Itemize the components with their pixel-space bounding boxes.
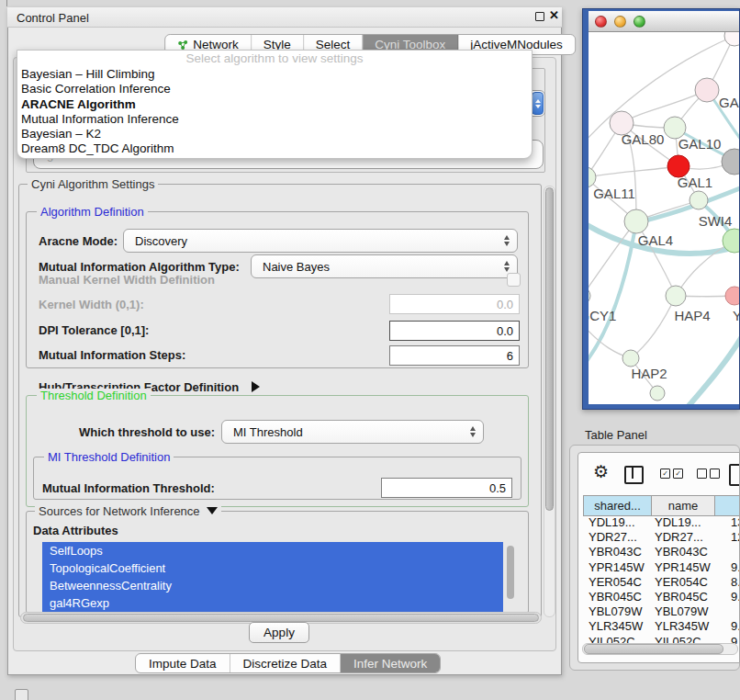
mi-algorithm-type-select[interactable]: Naive Bayes — [251, 254, 518, 278]
table-header-row: shared...name — [583, 495, 740, 516]
algorithm-option-mutual-information-inference[interactable]: Mutual Information Inference — [17, 112, 532, 127]
node-top-right[interactable] — [724, 32, 740, 46]
table-cell: YBL079W — [583, 604, 653, 619]
node-gray[interactable] — [722, 149, 740, 175]
table-row[interactable]: YBR043CYBR043C — [583, 545, 740, 559]
table-row[interactable]: YLR345WYLR345W9. — [583, 619, 740, 634]
attributes-list-scrollbar[interactable] — [507, 546, 514, 599]
mi-steps-field[interactable] — [389, 345, 520, 366]
combo-stepper-icon[interactable] — [532, 92, 544, 115]
algorithm-definition-title: Algorithm Definition — [37, 205, 148, 219]
network-view-window[interactable]: GALGAL80GAL10GAL1GAL11SWI4GAL4GCY1HAP4YH… — [582, 8, 740, 410]
node-bottom[interactable] — [650, 386, 665, 401]
minimized-panel-icon[interactable] — [15, 689, 28, 700]
column-header-col-2[interactable] — [715, 496, 740, 515]
close-window-icon[interactable] — [595, 16, 607, 28]
aracne-mode-select[interactable]: Discovery — [123, 229, 518, 253]
network-canvas[interactable]: GALGAL80GAL10GAL1GAL11SWI4GAL4GCY1HAP4YH… — [589, 32, 740, 404]
dpi-tolerance-field[interactable] — [389, 321, 520, 341]
table-panel: ⚙ ✓ ✓ shared...name YDL19...YDL19...13YD… — [577, 452, 740, 663]
apply-button[interactable]: Apply — [249, 622, 309, 643]
node-label-swi4: SWI4 — [699, 213, 733, 229]
mi-threshold-group-title: MI Threshold Definition — [44, 450, 174, 464]
mi-steps-label: Mutual Information Steps: — [39, 348, 185, 362]
algorithm-dropdown-popup: Select algorithm to view settings Bayesi… — [17, 50, 533, 159]
column-header-name[interactable]: name — [652, 496, 715, 515]
which-threshold-label: Which threshold to use: — [79, 425, 215, 439]
manual-kernel-label: Manual Kernel Width Definition — [39, 273, 215, 287]
minimize-window-icon[interactable] — [614, 16, 626, 28]
node-gal1[interactable] — [690, 191, 708, 209]
gear-icon[interactable]: ⚙ — [593, 463, 609, 480]
tab-impute-data[interactable]: Impute Data — [136, 654, 230, 672]
network-graph: GALGAL80GAL10GAL1GAL11SWI4GAL4GCY1HAP4YH… — [589, 32, 740, 404]
mi-algorithm-type-value: Naive Bayes — [252, 260, 499, 274]
table-cell: YBR043C — [653, 545, 723, 559]
unchecked-checkbox-icon[interactable] — [710, 469, 720, 479]
node-gal-pink[interactable] — [695, 78, 719, 102]
table-row[interactable]: YDR27...YDR27...12 — [583, 530, 740, 545]
kernel-width-field[interactable] — [389, 294, 520, 314]
node-gcy1[interactable] — [589, 288, 590, 304]
control-panel-titlebar — [7, 7, 562, 28]
node-hap2[interactable] — [622, 350, 639, 367]
node-label-gal10: GAL10 — [678, 136, 722, 152]
attribute-betweennesscentrality[interactable]: BetweennessCentrality — [42, 577, 503, 594]
which-threshold-value: MI Threshold — [222, 425, 465, 439]
table-cell: 8. — [723, 575, 740, 590]
split-columns-icon[interactable] — [624, 466, 644, 484]
combo-stepper-icon — [499, 235, 514, 246]
checked-checkbox-icon[interactable]: ✓ — [660, 469, 670, 479]
node-hap4[interactable] — [666, 286, 686, 306]
close-icon[interactable]: ✕ — [549, 8, 559, 22]
algorithm-option-basic-correlation-inference[interactable]: Basic Correlation Inference — [17, 82, 532, 96]
tab-discretize-data[interactable]: Discretize Data — [230, 654, 342, 672]
expander-collapsed-icon — [252, 381, 260, 392]
table-horizontal-scrollbar-thumb[interactable] — [584, 644, 723, 654]
algorithm-option-bayesian-hill-climbing[interactable]: Bayesian – Hill Climbing — [17, 67, 532, 82]
attribute-gal4rgexp[interactable]: gal4RGexp — [42, 594, 503, 612]
column-header-shared[interactable]: shared... — [584, 496, 652, 515]
table-cell: YBR043C — [583, 545, 653, 559]
unchecked-checkbox-icon[interactable] — [697, 469, 707, 479]
settings-horizontal-scrollbar-thumb[interactable] — [23, 614, 539, 622]
table-cell: 12 — [723, 530, 740, 545]
node-label-gal1: GAL1 — [678, 175, 712, 190]
node-gal4[interactable] — [624, 209, 648, 233]
sources-expander[interactable]: Sources for Network Inference — [35, 504, 221, 518]
table-cell — [723, 604, 740, 619]
table-cell: YBL079W — [653, 604, 723, 619]
tab-infer-network[interactable]: Infer Network — [341, 654, 440, 672]
attribute-selfloops[interactable]: SelfLoops — [42, 542, 503, 559]
algorithm-option-dream8-dc-tdc-algorithm[interactable]: Dream8 DC_TDC Algorithm — [17, 141, 532, 156]
window-edge-line — [6, 0, 7, 6]
algorithm-placeholder: Select algorithm to view settings — [17, 51, 532, 67]
table-cell: YDL19... — [583, 515, 653, 530]
table-row[interactable]: YBR045CYBR045C9. — [583, 590, 740, 604]
node-label-gal11: GAL11 — [593, 186, 635, 201]
combo-stepper-icon — [465, 426, 480, 437]
mi-threshold-label: Mutual Information Threshold: — [42, 481, 215, 495]
document-icon[interactable] — [729, 464, 740, 486]
node-gal11[interactable] — [589, 167, 596, 187]
attribute-topologicalcoefficient[interactable]: TopologicalCoefficient — [42, 559, 503, 577]
checked-checkbox-icon[interactable]: ✓ — [673, 469, 683, 479]
table-cell: YDL19... — [653, 515, 723, 530]
dpi-tolerance-label: DPI Tolerance [0,1]: — [39, 323, 149, 337]
algorithm-option-aracne-algorithm[interactable]: ARACNE Algorithm — [17, 97, 532, 112]
float-window-icon[interactable] — [535, 12, 544, 21]
settings-vertical-scrollbar-thumb[interactable] — [545, 187, 554, 511]
table-row[interactable]: YDL19...YDL19...13 — [583, 515, 740, 530]
node-label-gcy1: GCY1 — [589, 308, 616, 323]
table-row[interactable]: YPR145WYPR145W9. — [583, 560, 740, 575]
table-row[interactable]: YBL079WYBL079W — [583, 604, 740, 619]
table-cell: 9. — [723, 619, 740, 634]
mi-threshold-field[interactable] — [381, 478, 512, 498]
zoom-window-icon[interactable] — [633, 16, 645, 28]
node-salmon[interactable] — [725, 287, 740, 305]
algorithm-option-bayesian-k2[interactable]: Bayesian – K2 — [17, 127, 532, 141]
manual-kernel-checkbox[interactable] — [507, 273, 521, 287]
which-threshold-select[interactable]: MI Threshold — [221, 420, 484, 444]
aracne-mode-value: Discovery — [124, 234, 499, 248]
table-row[interactable]: YER054CYER054C8. — [583, 575, 740, 590]
